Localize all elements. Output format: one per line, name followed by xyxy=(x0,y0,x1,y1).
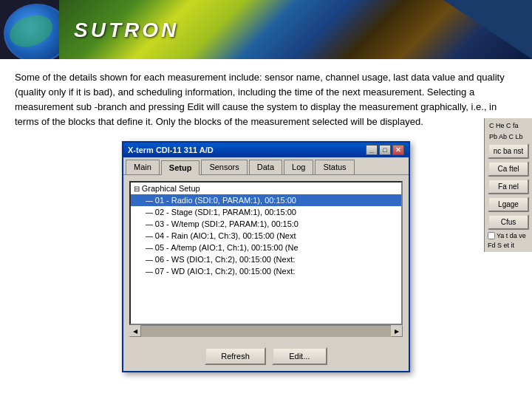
tree-header: Graphical Setup xyxy=(131,183,401,194)
minimize-button[interactable]: _ xyxy=(366,145,378,155)
refresh-button[interactable]: Refresh xyxy=(205,347,266,365)
close-button[interactable]: ✕ xyxy=(392,145,404,155)
tab-main[interactable]: Main xyxy=(126,160,160,174)
right-panel-last: Fd S et it xyxy=(488,242,529,249)
tab-sensors[interactable]: Sensors xyxy=(201,160,247,174)
tab-data[interactable]: Data xyxy=(249,160,282,174)
tree-item[interactable]: 02 - Stage (SDI:1, PARAM:1), 00:15:00 xyxy=(131,206,401,218)
right-checkbox[interactable] xyxy=(488,232,495,239)
right-btn-4[interactable]: Lgage xyxy=(488,197,529,212)
dialog-tab-bar: Main Setup Sensors Data Log Status xyxy=(123,157,409,175)
right-panel-text2: Pb Ab C Lb xyxy=(488,132,529,141)
scroll-track[interactable] xyxy=(141,326,391,337)
tab-setup[interactable]: Setup xyxy=(161,160,200,175)
description-paragraph: Some of the details shown for each measu… xyxy=(15,70,517,130)
horizontal-scrollbar[interactable]: ◀ ▶ xyxy=(129,325,403,337)
right-btn-2[interactable]: Ca ftel xyxy=(488,161,529,177)
tree-item[interactable]: 03 - W/temp (SDI:2, PARAM:1), 00:15:0 xyxy=(131,218,401,230)
tree-item[interactable]: 07 - WD (AIO:1, Ch:2), 00:15:00 (Next: xyxy=(131,265,401,277)
company-logo-text: SUTRON xyxy=(74,18,179,42)
dialog-footer: Refresh Edit... xyxy=(123,343,409,371)
right-btn-3[interactable]: Fa nel xyxy=(488,179,529,194)
tree-item[interactable]: 05 - A/temp (AIO:1, Ch:1), 00:15:00 (Ne xyxy=(131,242,401,253)
tab-log[interactable]: Log xyxy=(284,160,313,174)
right-panel: C He C fa Pb Ab C Lb nc ba nst Ca ftel F… xyxy=(484,118,532,252)
tab-status[interactable]: Status xyxy=(315,160,354,174)
main-layout: Some of the details shown for each measu… xyxy=(0,59,532,383)
right-btn-1[interactable]: nc ba nst xyxy=(488,143,529,159)
maximize-button[interactable]: □ xyxy=(379,145,391,155)
right-checkbox-row: Ya t da ve xyxy=(488,232,529,239)
dialog-body: Graphical Setup 01 - Radio (SDI:0, PARAM… xyxy=(123,175,409,343)
tree-container[interactable]: Graphical Setup 01 - Radio (SDI:0, PARAM… xyxy=(129,181,403,325)
tree-item[interactable]: 06 - WS (DIO:1, Ch:2), 00:15:00 (Next: xyxy=(131,253,401,265)
content-area: Some of the details shown for each measu… xyxy=(0,59,532,383)
edit-button[interactable]: Edit... xyxy=(272,347,327,365)
right-panel-text1: C He C fa xyxy=(488,121,529,130)
tree-item[interactable]: 01 - Radio (SDI:0, PARAM:1), 00:15:00 xyxy=(131,194,401,206)
scroll-right-arrow[interactable]: ▶ xyxy=(391,325,403,337)
dialog-titlebar: X-term CDI-11 311 A/D _ □ ✕ xyxy=(123,143,409,157)
header-banner: SUTRON xyxy=(0,0,532,59)
header-triangle-decoration xyxy=(443,0,532,59)
dialog-title: X-term CDI-11 311 A/D xyxy=(128,146,214,154)
tree-item[interactable]: 04 - Rain (AIO:1, Ch:3), 00:15:00 (Next xyxy=(131,230,401,242)
dialog-window: X-term CDI-11 311 A/D _ □ ✕ Main Setup S… xyxy=(122,141,410,372)
title-buttons: _ □ ✕ xyxy=(366,145,404,155)
scroll-left-arrow[interactable]: ◀ xyxy=(129,325,141,337)
right-btn-5[interactable]: Cfus xyxy=(488,214,529,230)
main-content: Some of the details shown for each measu… xyxy=(0,59,532,383)
